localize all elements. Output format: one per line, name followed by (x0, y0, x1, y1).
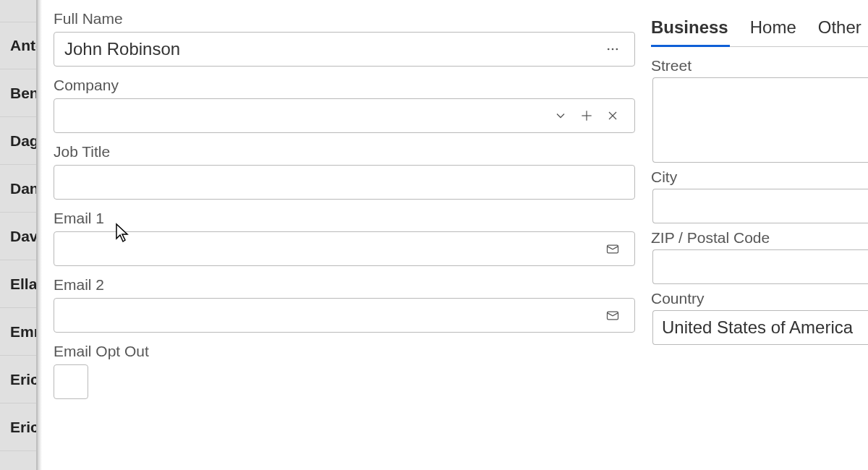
list-item[interactable]: Eric (0, 356, 36, 403)
contact-form: Full Name Company (38, 0, 651, 470)
job-title-input[interactable] (63, 171, 626, 193)
street-field[interactable] (652, 77, 868, 163)
email1-field[interactable] (54, 231, 635, 266)
svg-point-0 (608, 48, 610, 51)
tab-other[interactable]: Other (818, 17, 861, 46)
company-label: Company (54, 77, 635, 94)
list-item[interactable]: Daniel (0, 165, 36, 213)
email2-field[interactable] (54, 298, 635, 333)
city-field[interactable] (652, 189, 868, 223)
email2-label: Email 2 (54, 276, 635, 294)
address-panel: Business Home Other Street City ZIP / Po… (651, 0, 868, 470)
email-opt-out-checkbox[interactable] (54, 364, 88, 399)
mail-icon[interactable] (600, 236, 626, 262)
list-item[interactable]: David (0, 213, 36, 260)
list-item[interactable]: Erich (0, 403, 36, 451)
full-name-field[interactable] (54, 32, 635, 67)
list-item[interactable]: Emma (0, 308, 36, 356)
job-title-label: Job Title (54, 143, 635, 161)
city-input[interactable] (662, 195, 859, 217)
email-opt-out-label: Email Opt Out (54, 343, 635, 360)
list-item[interactable]: Dagmar (0, 117, 36, 165)
tab-home[interactable]: Home (750, 17, 796, 46)
job-title-field[interactable] (54, 165, 635, 200)
country-value: United States of America (662, 317, 859, 338)
list-item[interactable]: Ella (0, 260, 36, 308)
more-horizontal-icon[interactable] (600, 36, 626, 62)
zip-label: ZIP / Postal Code (651, 229, 868, 247)
list-item[interactable]: Antonio (0, 22, 36, 69)
chevron-down-icon[interactable] (548, 103, 574, 129)
full-name-input[interactable] (63, 38, 600, 60)
city-label: City (651, 168, 868, 186)
country-label: Country (651, 290, 868, 307)
full-name-label: Full Name (54, 10, 635, 27)
svg-point-2 (616, 48, 618, 51)
street-input[interactable] (662, 84, 859, 106)
country-field[interactable]: United States of America (652, 310, 868, 345)
contacts-sidebar: Antonio Benjamin Dagmar Daniel David Ell… (0, 0, 38, 470)
close-icon[interactable] (600, 103, 626, 129)
company-input[interactable] (63, 105, 548, 127)
company-field[interactable] (54, 98, 635, 133)
email1-input[interactable] (63, 238, 600, 260)
list-item[interactable]: Benjamin (0, 69, 36, 117)
email1-label: Email 1 (54, 210, 635, 227)
plus-icon[interactable] (574, 103, 600, 129)
address-tabs: Business Home Other (651, 17, 868, 47)
svg-point-1 (612, 48, 614, 51)
zip-input[interactable] (662, 256, 859, 278)
zip-field[interactable] (652, 249, 868, 284)
tab-business[interactable]: Business (651, 17, 728, 46)
street-label: Street (651, 57, 868, 74)
email2-input[interactable] (63, 304, 600, 326)
mail-icon[interactable] (600, 302, 626, 328)
